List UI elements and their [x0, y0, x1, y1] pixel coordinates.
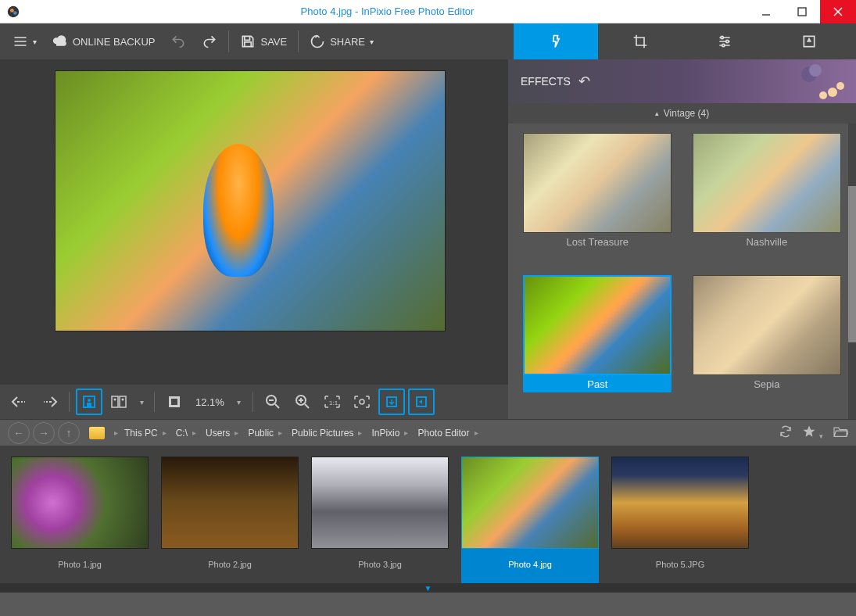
main-toolbar: ▾ ONLINE BACKUP SAVE SHARE ▾: [0, 23, 856, 59]
svg-rect-19: [171, 399, 177, 405]
effect-lost-treasure[interactable]: Lost Treasure: [518, 133, 678, 267]
breadcrumb-segment[interactable]: This PC▸: [121, 428, 170, 439]
tool-tabs: [514, 23, 851, 59]
effect-sepia[interactable]: Sepia: [687, 275, 847, 410]
zoom-dropdown[interactable]: ▾: [232, 389, 246, 415]
film-thumbnail: [161, 457, 299, 549]
svg-point-31: [801, 66, 817, 82]
view-single-button[interactable]: [76, 389, 102, 415]
svg-rect-15: [120, 396, 126, 407]
canvas-viewport[interactable]: [0, 59, 508, 385]
svg-point-8: [726, 40, 729, 42]
next-image-button[interactable]: [36, 389, 63, 415]
svg-point-17: [122, 399, 124, 401]
open-folder-button[interactable]: [833, 425, 848, 441]
save-button[interactable]: SAVE: [232, 23, 295, 59]
app-logo: [5, 3, 22, 20]
undo-button[interactable]: [163, 23, 194, 59]
close-button[interactable]: [820, 0, 856, 23]
svg-point-28: [360, 399, 364, 404]
svg-point-33: [828, 88, 837, 97]
scrollbar-thumb[interactable]: [848, 186, 856, 342]
effect-label: Sepia: [693, 375, 841, 392]
toggle-panel-button[interactable]: [408, 389, 435, 415]
effects-header: EFFECTS ↶: [508, 59, 856, 103]
zoom-out-button[interactable]: [260, 389, 286, 415]
view-compare-button[interactable]: [106, 389, 132, 415]
toggle-filmstrip-button[interactable]: [378, 389, 405, 415]
zoom-in-button[interactable]: [289, 389, 316, 415]
tab-crop[interactable]: [598, 23, 682, 59]
effects-grid: Lost Treasure Nashville Past Sepia: [508, 124, 856, 419]
svg-point-1: [10, 9, 14, 13]
save-label: SAVE: [260, 36, 287, 48]
canvas-area: ▾ 12.1% ▾ 1:1: [0, 59, 508, 419]
svg-point-16: [114, 399, 116, 401]
breadcrumb-segment[interactable]: Public▸: [245, 428, 285, 439]
minimize-button[interactable]: [748, 0, 784, 23]
film-item[interactable]: Photo 2.jpg: [161, 457, 299, 583]
breadcrumb-segment[interactable]: Users▸: [202, 428, 242, 439]
separator: [253, 392, 253, 412]
effect-thumbnail: [693, 275, 841, 375]
online-backup-button[interactable]: ONLINE BACKUP: [45, 23, 163, 59]
separator: [228, 30, 229, 52]
film-label: Photo 4.jpg: [508, 549, 552, 580]
film-item[interactable]: Photo 5.JPG: [611, 457, 749, 583]
tab-adjust[interactable]: [682, 23, 767, 59]
svg-point-9: [722, 44, 725, 46]
film-item[interactable]: Photo 1.jpg: [11, 457, 149, 583]
filmstrip-collapse-handle[interactable]: ▼: [0, 583, 856, 593]
tab-frames[interactable]: [767, 23, 851, 59]
effects-title: EFFECTS: [521, 75, 571, 88]
breadcrumb-bar: ← → ↑ ▸ This PC▸ C:\▸ Users▸ Public▸ Pub…: [0, 419, 856, 446]
film-item[interactable]: Photo 3.jpg: [311, 457, 449, 583]
svg-point-2: [13, 11, 17, 15]
effects-category[interactable]: ▴ Vintage (4): [508, 103, 856, 124]
svg-point-34: [819, 91, 827, 99]
maximize-button[interactable]: [784, 0, 820, 23]
prev-image-button[interactable]: [6, 389, 33, 415]
breadcrumb-segment[interactable]: Photo Editor▸: [414, 428, 481, 439]
svg-rect-4: [798, 8, 806, 16]
zoom-value: 12.1%: [191, 396, 229, 408]
separator: [154, 392, 155, 412]
effect-thumbnail: [523, 133, 672, 233]
fit-screen-button[interactable]: [161, 389, 188, 415]
film-thumbnail: [611, 457, 749, 549]
film-thumbnail: [11, 457, 149, 549]
zoom-fit-button[interactable]: [349, 389, 375, 415]
effect-nashville[interactable]: Nashville: [687, 133, 847, 267]
nav-back-button[interactable]: ←: [8, 422, 30, 444]
effect-past[interactable]: Past: [518, 275, 678, 410]
nav-forward-button[interactable]: →: [33, 422, 55, 444]
film-thumbnail: [311, 457, 449, 549]
svg-line-21: [275, 404, 279, 408]
menu-button[interactable]: ▾: [5, 23, 45, 59]
filmstrip: Photo 1.jpg Photo 2.jpg Photo 3.jpg Phot…: [0, 446, 856, 583]
tab-effects[interactable]: [514, 23, 598, 59]
share-button[interactable]: SHARE ▾: [302, 23, 381, 59]
film-label: Photo 1.jpg: [58, 549, 102, 580]
effects-reset-icon[interactable]: ↶: [578, 73, 590, 90]
canvas-image: [55, 70, 446, 331]
zoom-actual-button[interactable]: 1:1: [319, 389, 346, 415]
breadcrumb-segment[interactable]: InPixio▸: [368, 428, 411, 439]
film-item[interactable]: Photo 4.jpg: [461, 457, 599, 583]
film-thumbnail: [461, 457, 599, 549]
breadcrumb-segment[interactable]: C:\▸: [173, 428, 199, 439]
view-mode-dropdown[interactable]: ▾: [135, 389, 148, 415]
effects-panel: EFFECTS ↶ ▴ Vintage (4) Lost Treasure Na…: [508, 59, 856, 419]
refresh-button[interactable]: [779, 424, 793, 442]
nav-up-button[interactable]: ↑: [58, 422, 80, 444]
separator: [69, 392, 70, 412]
breadcrumb-segment[interactable]: Public Pictures▸: [288, 428, 365, 439]
effect-label: Nashville: [693, 233, 841, 250]
effect-thumbnail: [693, 133, 841, 233]
category-label: Vintage (4): [664, 108, 709, 119]
effect-thumbnail: [523, 275, 672, 375]
favorites-button[interactable]: ▾: [802, 424, 823, 442]
redo-button[interactable]: [194, 23, 225, 59]
folder-icon: [89, 427, 105, 439]
effect-label: Lost Treasure: [523, 233, 672, 250]
